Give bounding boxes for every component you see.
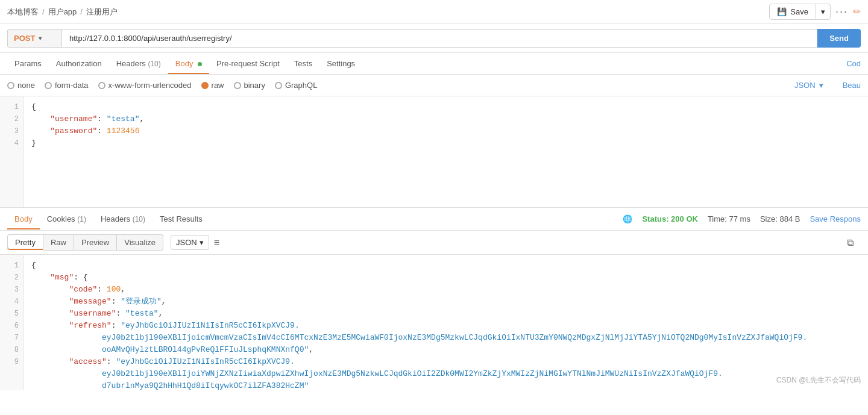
save-label: Save — [790, 7, 808, 16]
radio-binary — [234, 82, 241, 89]
req-line-4: } — [31, 137, 861, 149]
globe-icon: 🌐 — [623, 214, 632, 223]
save-dropdown-arrow[interactable]: ▾ — [816, 4, 830, 19]
req-line-2: "username": "testa", — [31, 113, 861, 125]
req-line-1: { — [31, 101, 861, 113]
tab-authorization[interactable]: Authorization — [49, 54, 109, 74]
status-code: Status: 200 OK — [642, 214, 697, 223]
breadcrumb-sep-2: / — [80, 7, 83, 16]
tab-headers[interactable]: Headers (10) — [109, 54, 168, 74]
url-input[interactable] — [61, 29, 817, 48]
method-label: POST — [14, 34, 35, 43]
tab-tests[interactable]: Tests — [287, 54, 319, 74]
request-tabs: Params Authorization Headers (10) Body P… — [0, 53, 868, 75]
edit-icon[interactable]: ✏ — [853, 6, 861, 17]
breadcrumb-sep-1: / — [42, 7, 45, 16]
resp-tab-testresults[interactable]: Test Results — [153, 210, 210, 229]
radio-formdata — [45, 82, 52, 89]
resp-line-2: "msg": { — [31, 272, 861, 284]
response-time: Time: 77 ms — [708, 214, 750, 223]
resp-format-chevron: ▾ — [200, 238, 204, 247]
response-status-bar: 🌐 Status: 200 OK Time: 77 ms Size: 884 B… — [623, 214, 861, 223]
radio-raw — [201, 82, 209, 89]
body-format-label: JSON — [794, 81, 816, 90]
response-body-editor: 1 2 3 4 5 6 7 8 9 { "msg": { "code": 100… — [0, 255, 868, 390]
radio-none — [7, 82, 14, 89]
top-bar-right: 💾 Save ▾ ··· ✏ — [769, 4, 861, 20]
top-bar: 本地博客 / 用户app / 注册用户 💾 Save ▾ ··· ✏ — [0, 0, 868, 24]
body-type-formdata[interactable]: form-data — [45, 81, 89, 90]
body-type-selector: none form-data x-www-form-urlencoded raw… — [0, 75, 868, 96]
view-tab-pretty[interactable]: Pretty — [7, 234, 43, 251]
watermark: CSDN @L先生不会写代码 — [776, 375, 861, 385]
resp-tab-cookies[interactable]: Cookies (1) — [40, 210, 93, 229]
tab-body[interactable]: Body — [168, 54, 209, 74]
response-size: Size: 884 B — [760, 214, 800, 223]
body-type-binary[interactable]: binary — [234, 81, 265, 90]
response-tabs: Body Cookies (1) Headers (10) Test Resul… — [0, 208, 868, 231]
body-type-graphql[interactable]: GraphQL — [275, 81, 317, 90]
breadcrumb-item-1[interactable]: 本地博客 — [7, 7, 39, 17]
view-tab-raw[interactable]: Raw — [43, 234, 74, 251]
save-icon: 💾 — [777, 7, 787, 16]
resp-line-4: "message": "登录成功", — [31, 296, 861, 308]
code-editor: 1 2 3 4 { "username": "testa", "password… — [0, 96, 868, 207]
method-select[interactable]: POST ▾ — [7, 29, 61, 48]
resp-tab-headers[interactable]: Headers (10) — [93, 210, 153, 229]
resp-code-content[interactable]: { "msg": { "code": 100, "message": "登录成功… — [24, 255, 868, 390]
resp-line-3: "code": 100, — [31, 284, 861, 296]
view-tab-visualize[interactable]: Visualize — [117, 234, 163, 251]
code-content[interactable]: { "username": "testa", "password": 11234… — [24, 96, 868, 207]
line-numbers: 1 2 3 4 — [0, 96, 24, 207]
body-type-urlencoded[interactable]: x-www-form-urlencoded — [98, 81, 192, 90]
resp-format-label: JSON — [176, 238, 197, 247]
body-type-raw[interactable]: raw — [201, 81, 224, 90]
more-button[interactable]: ··· — [835, 5, 848, 18]
request-body-editor: 1 2 3 4 { "username": "testa", "password… — [0, 96, 868, 208]
response-view-tabs: Pretty Raw Preview Visualize JSON ▾ ≡ ⧉ — [0, 231, 868, 255]
resp-tab-body[interactable]: Body — [7, 210, 40, 229]
breadcrumb-item-3[interactable]: 注册用户 — [86, 7, 118, 17]
resp-line-7: "access": "eyJhbGciOiJIUzI1NiIsInR5cCI6I… — [31, 356, 861, 390]
copy-icon[interactable]: ⧉ — [847, 237, 854, 248]
wrap-icon[interactable]: ≡ — [214, 237, 219, 248]
save-button[interactable]: 💾 Save ▾ — [769, 4, 831, 20]
tab-settings[interactable]: Settings — [319, 54, 362, 74]
radio-graphql — [275, 82, 282, 89]
resp-line-5: "username": "testa", — [31, 308, 861, 320]
method-chevron-icon: ▾ — [39, 35, 42, 42]
view-tab-preview[interactable]: Preview — [74, 234, 117, 251]
body-type-none[interactable]: none — [7, 81, 35, 90]
beautify-button[interactable]: Beau — [843, 81, 861, 90]
resp-line-numbers: 1 2 3 4 5 6 7 8 9 — [0, 255, 24, 390]
tab-code[interactable]: Cod — [846, 59, 861, 68]
radio-urlencoded — [98, 82, 105, 89]
tab-prerequest[interactable]: Pre-request Script — [209, 54, 287, 74]
save-response-button[interactable]: Save Respons — [810, 214, 861, 223]
url-bar: POST ▾ Send — [0, 24, 868, 53]
breadcrumb: 本地博客 / 用户app / 注册用户 — [7, 7, 118, 17]
tab-params[interactable]: Params — [7, 54, 49, 74]
resp-line-1: { — [31, 260, 861, 272]
body-format-select[interactable]: JSON ▾ — [794, 81, 823, 90]
body-format-chevron: ▾ — [819, 81, 823, 90]
save-btn-main[interactable]: 💾 Save — [770, 4, 816, 19]
resp-line-6: "refresh": "eyJhbGciOiJIUzI1NiIsInR5cCI6… — [31, 320, 861, 356]
req-line-3: "password": 1123456 — [31, 125, 861, 137]
send-button[interactable]: Send — [817, 29, 861, 48]
response-section: Body Cookies (1) Headers (10) Test Resul… — [0, 208, 868, 390]
breadcrumb-item-2[interactable]: 用户app — [48, 7, 77, 17]
resp-code-editor: 1 2 3 4 5 6 7 8 9 { "msg": { "code": 100… — [0, 255, 868, 390]
response-format-select[interactable]: JSON ▾ — [171, 235, 209, 250]
